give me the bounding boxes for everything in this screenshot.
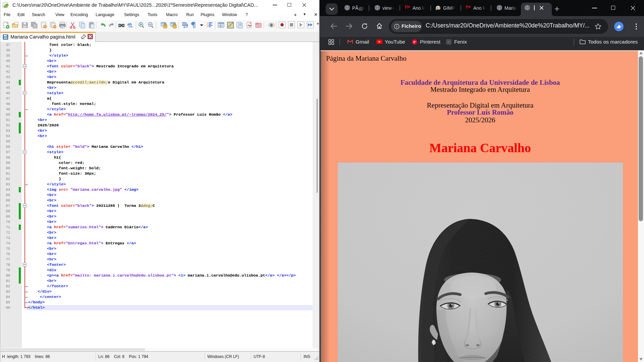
svg-text:P: P bbox=[414, 40, 416, 44]
svg-text:ab: ab bbox=[127, 22, 132, 26]
